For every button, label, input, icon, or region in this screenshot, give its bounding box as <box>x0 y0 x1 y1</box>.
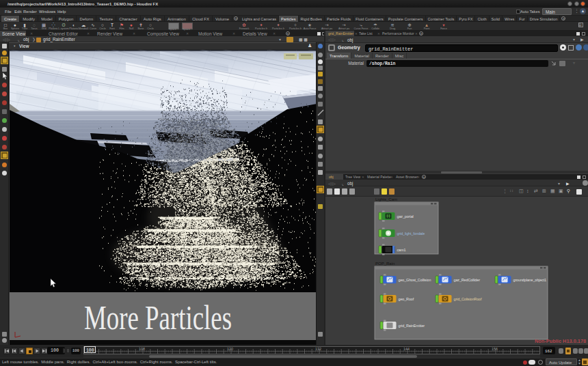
svg-text:grid_ColisionRoof: grid_ColisionRoof <box>454 297 482 301</box>
svg-text:Non-Public H13.0.178: Non-Public H13.0.178 <box>535 338 586 344</box>
svg-text:groundplane_object1: groundplane_object1 <box>513 278 547 282</box>
svg-text:gaz_RedCollider: gaz_RedCollider <box>454 278 481 282</box>
svg-text:cam1: cam1 <box>397 248 406 252</box>
svg-text:gaz_portal: gaz_portal <box>397 214 414 219</box>
svg-text:grid_light_fondale: grid_light_fondale <box>397 231 425 236</box>
svg-text:Lights_Cam: Lights_Cam <box>375 197 397 201</box>
svg-text:geo_Roof: geo_Roof <box>399 297 414 301</box>
svg-text:geo_Ghost_Collision: geo_Ghost_Collision <box>399 278 431 282</box>
svg-text:grid_RainEmitter: grid_RainEmitter <box>399 324 425 328</box>
svg-text:POP_Rain: POP_Rain <box>375 262 395 266</box>
svg-text:More Particles: More Particles <box>84 298 232 337</box>
